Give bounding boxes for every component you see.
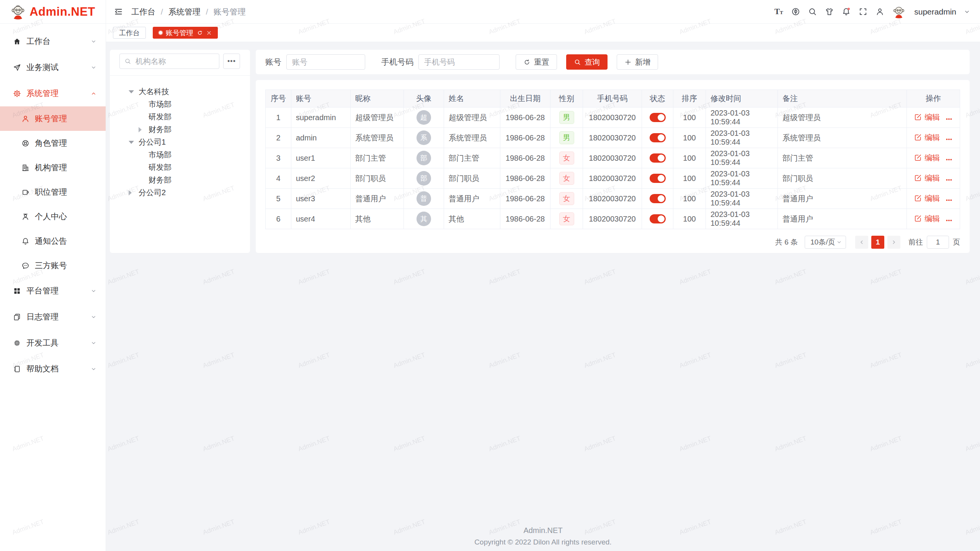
status-toggle[interactable] — [650, 153, 666, 163]
query-panel: 账号 手机号码 重置 查询 新增 — [256, 50, 970, 74]
tree-node[interactable]: 财务部 — [119, 123, 240, 136]
edit-button[interactable]: 编辑 — [914, 112, 940, 122]
chevron-up-icon — [91, 91, 96, 96]
profile-icon[interactable] — [875, 7, 884, 16]
sidebar-item-label: 系统管理 — [26, 88, 59, 99]
add-button[interactable]: 新增 — [617, 54, 658, 70]
org-search-input[interactable] — [135, 57, 214, 66]
caret-expanded-icon[interactable] — [129, 90, 139, 93]
tree-node[interactable]: 研发部 — [119, 111, 240, 123]
row-more-actions-button[interactable]: ••• — [946, 177, 952, 183]
caret-expanded-icon[interactable] — [129, 141, 139, 144]
phone-input[interactable] — [418, 54, 500, 70]
sidebar-item-account-management[interactable]: 账号管理 — [0, 106, 106, 131]
tree-node-label: 市场部 — [149, 99, 172, 109]
row-more-actions-button[interactable]: ••• — [946, 217, 952, 223]
sidebar-item-workbench[interactable]: 工作台 — [0, 28, 106, 54]
row-more-actions-button[interactable]: ••• — [946, 197, 952, 203]
next-page-button[interactable] — [887, 236, 900, 249]
sidebar-item-role-management[interactable]: 角色管理 — [0, 131, 106, 155]
cell-index: 6 — [266, 209, 291, 229]
sidebar-item-label: 角色管理 — [35, 138, 67, 148]
font-size-icon[interactable]: TT — [774, 7, 783, 16]
theme-icon[interactable] — [825, 7, 834, 16]
logo[interactable]: Admin.NET — [0, 0, 106, 24]
cell-account: user1 — [291, 148, 351, 168]
cell-gender: 女 — [550, 168, 583, 189]
tree-node[interactable]: 分公司2 — [119, 186, 240, 199]
row-more-actions-button[interactable]: ••• — [946, 116, 952, 122]
sidebar-item-dev-tools[interactable]: 开发工具 — [0, 330, 106, 356]
cell-index: 2 — [266, 128, 291, 148]
sidebar-item-personal-center[interactable]: 个人中心 — [0, 204, 106, 229]
status-toggle[interactable] — [650, 174, 666, 183]
footer-app-name: Admin.NET — [106, 526, 980, 535]
row-more-actions-button[interactable]: ••• — [946, 156, 952, 162]
cell-index: 3 — [266, 148, 291, 168]
tree-more-button[interactable]: ••• — [223, 54, 240, 69]
right-column: 账号 手机号码 重置 查询 新增 — [256, 50, 970, 253]
status-toggle[interactable] — [650, 133, 666, 142]
sidebar-item-organization-management[interactable]: 机构管理 — [0, 155, 106, 180]
edit-button[interactable]: 编辑 — [914, 193, 940, 204]
tree-node[interactable]: 市场部 — [119, 148, 240, 161]
fullscreen-icon[interactable] — [858, 7, 867, 16]
tree-node[interactable]: 市场部 — [119, 98, 240, 111]
sidebar-item-third-party-account[interactable]: 三方账号 — [0, 253, 106, 278]
user-icon — [21, 115, 29, 123]
search-button[interactable]: 查询 — [566, 54, 608, 70]
caret-collapsed-icon[interactable] — [139, 127, 149, 132]
breadcrumb-item[interactable]: 系统管理 — [168, 7, 201, 17]
cell-avatar: 超 — [404, 108, 444, 128]
tab-account-management[interactable]: 账号管理 — [153, 27, 218, 39]
edit-button[interactable]: 编辑 — [914, 153, 940, 163]
tree-node[interactable]: 研发部 — [119, 161, 240, 174]
page-size-select[interactable]: 10条/页 — [805, 236, 846, 249]
col-actions: 操作 — [907, 90, 960, 108]
cell-nickname: 超级管理员 — [351, 108, 404, 128]
prev-page-button[interactable] — [855, 236, 868, 249]
edit-button[interactable]: 编辑 — [914, 132, 940, 143]
sidebar-item-label: 开发工具 — [26, 337, 59, 348]
cell-phone: 18020030720 — [583, 209, 642, 229]
status-toggle[interactable] — [650, 113, 666, 122]
page-number-active[interactable]: 1 — [871, 236, 884, 249]
menu-fold-icon[interactable] — [114, 7, 123, 16]
tab-refresh-icon[interactable] — [197, 30, 203, 36]
goto-page-input[interactable] — [927, 236, 949, 249]
user-avatar[interactable] — [892, 5, 906, 19]
notification-icon[interactable] — [841, 7, 851, 16]
sidebar-item-help-docs[interactable]: 帮助文档 — [0, 356, 106, 382]
breadcrumb-item[interactable]: 工作台 — [131, 7, 155, 17]
status-toggle[interactable] — [650, 214, 666, 223]
tab-workbench[interactable]: 工作台 — [113, 27, 146, 39]
chevron-down-icon[interactable] — [964, 9, 970, 15]
edit-button[interactable]: 编辑 — [914, 214, 940, 224]
col-sort: 排序 — [673, 90, 706, 108]
caret-collapsed-icon[interactable] — [129, 190, 139, 196]
cell-account: admin — [291, 128, 351, 148]
sidebar-item-platform-management[interactable]: 平台管理 — [0, 278, 106, 304]
breadcrumb-item-current: 账号管理 — [214, 7, 246, 17]
account-input[interactable] — [286, 54, 365, 70]
reset-button[interactable]: 重置 — [516, 54, 557, 70]
row-more-actions-button[interactable]: ••• — [946, 136, 952, 142]
search-icon[interactable] — [808, 7, 817, 16]
tree-node[interactable]: 财务部 — [119, 174, 240, 186]
status-toggle[interactable] — [650, 194, 666, 203]
sidebar-item-notice-announcement[interactable]: 通知公告 — [0, 229, 106, 253]
tree-node[interactable]: 分公司1 — [119, 136, 240, 148]
username[interactable]: superadmin — [914, 7, 956, 16]
tab-close-icon[interactable] — [206, 30, 212, 36]
sidebar-item-log-management[interactable]: 日志管理 — [0, 304, 106, 330]
gender-badge: 女 — [559, 192, 574, 205]
sidebar-item-system-management[interactable]: 系统管理 — [0, 80, 106, 106]
table-row: 2admin系统管理员系系统管理员1986-06-28男180200307201… — [266, 128, 960, 148]
language-icon[interactable] — [791, 7, 800, 16]
cell-gender: 男 — [550, 108, 583, 128]
sidebar-item-position-management[interactable]: 职位管理 — [0, 180, 106, 204]
tree-node[interactable]: 大名科技 — [119, 85, 240, 98]
edit-button[interactable]: 编辑 — [914, 173, 940, 183]
sidebar-item-business-test[interactable]: 业务测试 — [0, 54, 106, 80]
org-search-box[interactable] — [119, 54, 219, 69]
